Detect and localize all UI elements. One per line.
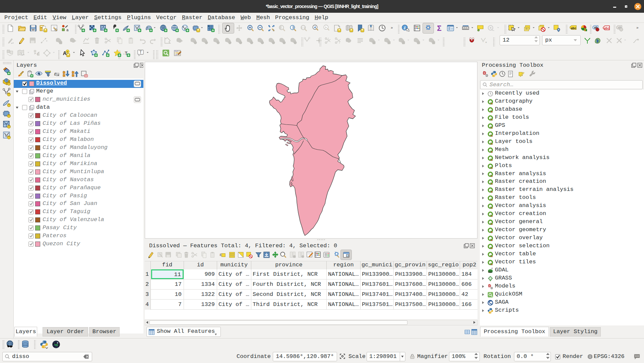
svg-text:»: » xyxy=(636,26,639,30)
svg-text:*: * xyxy=(44,29,47,33)
svg-text:abc: abc xyxy=(571,27,576,30)
svg-text:*: * xyxy=(338,29,340,33)
svg-text:*: * xyxy=(361,29,364,33)
svg-text:*: * xyxy=(67,53,69,57)
svg-text:ε: ε xyxy=(37,52,39,56)
svg-text:»: » xyxy=(391,26,393,30)
svg-text:GDAL: GDAL xyxy=(488,271,493,273)
svg-text:abc: abc xyxy=(604,27,609,30)
svg-text:a: a xyxy=(66,28,69,32)
svg-text:*: * xyxy=(8,114,10,118)
svg-text:T: T xyxy=(139,50,142,55)
svg-text:*: * xyxy=(8,82,10,86)
svg-text:i: i xyxy=(403,25,406,31)
svg-text:1:1: 1:1 xyxy=(301,27,306,29)
svg-text:*: * xyxy=(197,29,199,33)
svg-text:*: * xyxy=(8,92,10,97)
svg-text:*: * xyxy=(8,124,10,129)
svg-text:●: ● xyxy=(485,41,487,44)
svg-text:*: * xyxy=(350,29,352,33)
svg-text:Σ: Σ xyxy=(437,24,442,32)
svg-text:*: * xyxy=(8,135,10,140)
svg-text:*: * xyxy=(8,103,10,107)
